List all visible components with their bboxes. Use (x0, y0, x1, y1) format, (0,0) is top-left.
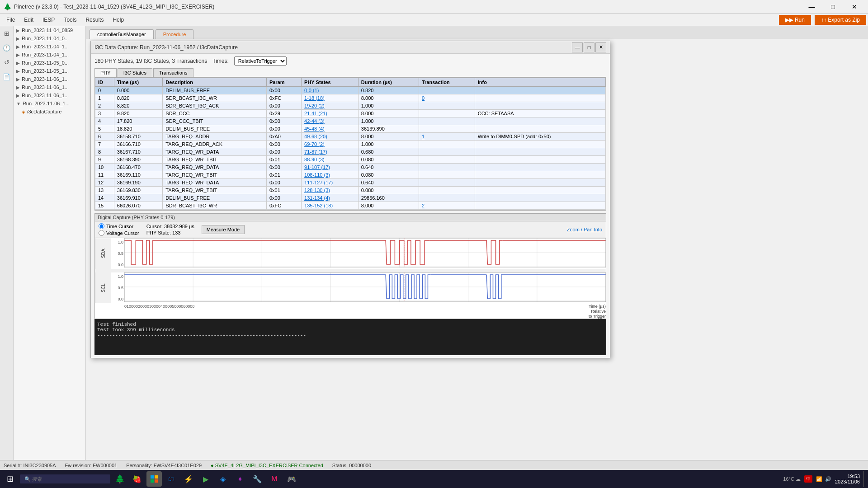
voltage-cursor-radio[interactable] (99, 230, 104, 236)
table-row[interactable]: 00.000DELIM_BUS_FREE0x000-0 (1)0.820 (95, 87, 606, 94)
start-button[interactable]: ⊞ (2, 471, 18, 487)
link-transaction[interactable]: 1 (422, 134, 425, 139)
tab-i3c-states[interactable]: I3C States (118, 68, 152, 77)
table-row[interactable]: 417.820SDR_CCC_TBIT0x0042-44 (3)1.000 (95, 117, 606, 125)
tab-transactions[interactable]: Transactions (153, 68, 193, 77)
sidebar-label-3: Run_2023-11-04_1... (22, 52, 69, 57)
table-row[interactable]: 10.820SDR_BCAST_I3C_WR0xFC1-18 (18)8.000… (95, 94, 606, 102)
link-phyStates[interactable]: 108-110 (3) (304, 172, 330, 178)
sidebar-item-5[interactable]: ▶ Run_2023-11-05_1... (14, 67, 85, 75)
table-row[interactable]: 1036168.470TARG_REQ_WR_DATA0x0091-107 (1… (95, 164, 606, 171)
cell-param: 0xA0 (266, 133, 301, 141)
taskbar-app-8[interactable]: 🔧 (250, 471, 265, 487)
link-phyStates[interactable]: 42-44 (3) (304, 118, 325, 124)
time-cursor-option[interactable]: Time Cursor (99, 223, 139, 229)
maximize-button[interactable]: □ (823, 0, 843, 14)
menu-results[interactable]: Results (81, 15, 108, 25)
taskbar-show-desktop[interactable] (863, 471, 866, 487)
link-phyStates[interactable]: 91-107 (17) (304, 164, 330, 170)
times-select[interactable]: RelativeToTrigger (234, 56, 287, 66)
sidebar-item-8[interactable]: ▶ Run_2023-11-06_1... (14, 91, 85, 99)
link-phyStates[interactable]: 128-130 (3) (304, 188, 330, 193)
taskbar-search[interactable] (20, 474, 110, 483)
sidebar-item-6[interactable]: ▶ Run_2023-11-06_1... (14, 75, 85, 83)
link-phyStates[interactable]: 111-127 (17) (304, 180, 333, 185)
sidebar-icon-refresh[interactable]: ↺ (2, 57, 11, 68)
table-row[interactable]: 1336169.830TARG_REQ_WR_TBIT0x01128-130 (… (95, 187, 606, 194)
time-cursor-radio[interactable] (99, 223, 104, 229)
taskbar-app-6[interactable]: ◈ (215, 471, 231, 487)
table-row[interactable]: 28.820SDR_BCAST_I3C_ACK0x0019-20 (2)1.00… (95, 102, 606, 110)
dialog-maximize-btn[interactable]: □ (584, 42, 594, 52)
link-transaction[interactable]: 0 (422, 95, 425, 101)
menu-help[interactable]: Help (108, 15, 128, 25)
minimize-button[interactable]: — (802, 0, 822, 14)
dialog-minimize-btn[interactable]: — (572, 42, 583, 52)
data-table-container[interactable]: ID Time (µs) Description Param PHY State… (94, 77, 606, 211)
menu-iesp[interactable]: IESP (38, 15, 59, 25)
export-button[interactable]: ↑ ↑ Export as Zip (815, 15, 866, 25)
tab-phy[interactable]: PHY (94, 68, 117, 77)
background-tab-controller[interactable]: controllerBusManager (90, 29, 154, 39)
sidebar-item-2[interactable]: ▶ Run_2023-11-04_1... (14, 42, 85, 51)
link-phyStates[interactable]: 131-134 (4) (304, 195, 330, 201)
link-phyStates[interactable]: 0-0 (1) (304, 88, 319, 93)
table-row[interactable]: 39.820SDR_CCC0x2921-41 (21)8.000CCC: SET… (95, 110, 606, 117)
sidebar-icon-clock[interactable]: 🕐 (1, 42, 12, 53)
link-transaction[interactable]: 2 (422, 203, 425, 208)
menu-edit[interactable]: Edit (19, 15, 38, 25)
link-phyStates[interactable]: 19-20 (2) (304, 103, 325, 108)
voltage-cursor-option[interactable]: Voltage Cursor (99, 230, 139, 236)
table-row[interactable]: 518.820DELIM_BUS_FREE0x0045-48 (4)36139.… (95, 125, 606, 133)
x-label-30k: 30000 (149, 304, 160, 319)
table-row[interactable]: 636158.710TARG_REQ_ADDR0xA049-68 (20)8.0… (95, 133, 606, 141)
link-phyStates[interactable]: 88-90 (3) (304, 157, 325, 162)
taskbar-app-4[interactable]: ⚡ (181, 471, 196, 487)
table-row[interactable]: 1136169.110TARG_REQ_WR_TBIT0x01108-110 (… (95, 171, 606, 179)
link-phyStates[interactable]: 135-152 (18) (304, 203, 333, 208)
link-phyStates[interactable]: 21-41 (21) (304, 111, 327, 116)
taskbar-app-3[interactable]: 🗂 (164, 471, 179, 487)
taskbar-app-7[interactable]: ♦ (232, 471, 248, 487)
table-row[interactable]: 1566026.070SDR_BCAST_I3C_WR0xFC135-152 (… (95, 202, 606, 210)
sidebar-item-7[interactable]: ▶ Run_2023-11-06_1... (14, 83, 85, 91)
table-row[interactable]: 936168.390TARG_REQ_WR_TBIT0x0188-90 (3)0… (95, 156, 606, 164)
taskbar-app-5[interactable]: ▶ (198, 471, 213, 487)
measure-mode-button[interactable]: Measure Mode (202, 225, 245, 234)
scl-chart-row: SCL 1.0 0.5 0.0 (95, 272, 606, 303)
table-row[interactable]: 1436169.910DELIM_BUS_FREE0x00131-134 (4)… (95, 194, 606, 202)
link-phyStates[interactable]: 69-70 (2) (304, 141, 325, 147)
sidebar-icon-doc[interactable]: 📄 (1, 71, 12, 82)
taskbar-app-2[interactable] (146, 471, 162, 487)
taskbar-app-1[interactable]: 🍓 (129, 471, 145, 487)
sidebar-item-3[interactable]: ▶ Run_2023-11-04_1... (14, 51, 85, 59)
link-phyStates[interactable]: 71-87 (17) (304, 149, 327, 155)
menu-tools[interactable]: Tools (59, 15, 81, 25)
table-row[interactable]: 736166.710TARG_REQ_ADDR_ACK0x0069-70 (2)… (95, 141, 606, 148)
sidebar-item-0[interactable]: ▶ Run_2023-11-04_0859 (14, 26, 85, 34)
cell-description: TARG_REQ_WR_TBIT (163, 187, 267, 194)
table-row[interactable]: 1666034.070SDR_BCAST_I3C_ACK0x00153-154 … (95, 210, 606, 211)
sidebar-item-1[interactable]: ▶ Run_2023-11-04_0... (14, 34, 85, 42)
title-bar-controls: — □ ✕ (802, 0, 864, 14)
sidebar-icon-panels[interactable]: ⊞ (2, 28, 11, 39)
link-phyStates[interactable]: 45-48 (4) (304, 126, 325, 131)
taskbar-app-9[interactable]: M (267, 471, 282, 487)
table-row[interactable]: 1236169.190TARG_REQ_WR_DATA0x00111-127 (… (95, 179, 606, 187)
background-tab-procedure[interactable]: Procedure (156, 29, 194, 39)
sidebar-item-10[interactable]: ◈ i3cDataCapture (14, 108, 85, 116)
taskbar-app-10[interactable]: 🎮 (284, 471, 299, 487)
table-row[interactable]: 836167.710TARG_REQ_WR_DATA0x0071-87 (17)… (95, 148, 606, 156)
sidebar-item-4[interactable]: ▶ Run_2023-11-05_0... (14, 59, 85, 67)
cell-phyStates: 153-154 (2) (302, 210, 359, 211)
sidebar-item-9[interactable]: ▼ Run_2023-11-06_1... (14, 99, 85, 108)
taskbar-clock: 19:53 2023/11/06 (835, 474, 860, 484)
menu-file[interactable]: File (2, 15, 19, 25)
run-button[interactable]: ▶ ▶ Run (779, 15, 811, 25)
dialog-close-btn[interactable]: ✕ (595, 42, 606, 52)
close-button[interactable]: ✕ (844, 0, 864, 14)
link-phyStates[interactable]: 1-18 (18) (304, 95, 325, 101)
zoom-pan-info[interactable]: Zoom / Pan Info (567, 227, 602, 232)
taskbar-app-0[interactable]: 🌲 (112, 471, 127, 487)
link-phyStates[interactable]: 49-68 (20) (304, 134, 327, 139)
